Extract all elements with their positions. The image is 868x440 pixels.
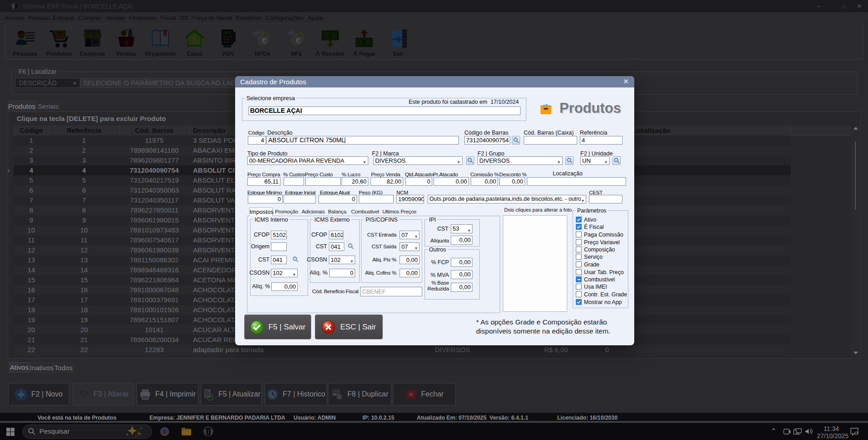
svg-text:{:}: {:} [204, 429, 213, 435]
svg-text:e: e [261, 33, 266, 45]
svg-text:e: e [295, 33, 300, 45]
svg-text:$: $ [192, 34, 197, 44]
